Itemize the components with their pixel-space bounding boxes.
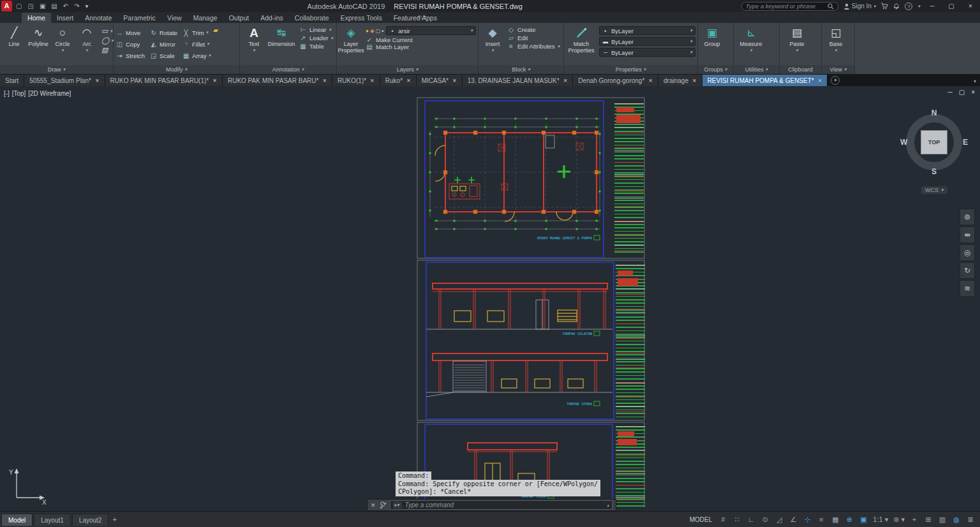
ribbon-tab[interactable]: View [161,13,188,23]
object-snap-toggle[interactable]: ⊹ [801,514,813,525]
dimension-button[interactable]: ↹Dimension [266,24,297,65]
panel-label-draw[interactable]: Draw▾ [0,65,113,74]
ribbon-tab[interactable]: Annotate [79,13,117,23]
move-button[interactable]: ↔Move [115,27,147,38]
ribbon-tab[interactable]: Express Tools [334,13,387,23]
redo-button[interactable]: ↷ [74,3,79,10]
rotate-button[interactable]: ↻Rotate [149,27,179,38]
layer-properties-button[interactable]: ◈Layer Properties [339,24,363,65]
viewcube-west[interactable]: W [900,138,907,147]
file-tab[interactable]: 13. DRAINASE JALAN MASUK*✕ [463,75,573,86]
application-menu-button[interactable]: A [1,1,12,11]
viewcube-north[interactable]: N [932,108,937,117]
polar-tracking-toggle[interactable]: ⊙ [759,514,771,525]
edit-attributes-button[interactable]: ≡Edit Attributes▾ [507,43,561,50]
plot-icon[interactable]: ▤ [51,3,57,10]
ribbon-tab[interactable]: Collaborate [289,13,335,23]
viewcube-east[interactable]: E [963,138,968,147]
lineweight-toggle[interactable]: ≡ [815,514,827,525]
isolate-objects-toggle[interactable]: ▥ [937,514,948,525]
annotation-scale-control[interactable]: 1:1 ▾ [872,514,889,525]
file-tab[interactable]: RUKO PAK MIN PASAR BARU(1)*✕ [105,75,222,86]
ribbon-display-toggle[interactable]: ▭ ▾ [417,14,426,21]
save-icon[interactable]: ▣ [40,3,45,10]
close-tab-icon[interactable]: ✕ [406,78,411,84]
close-tab-icon[interactable]: ✕ [370,78,375,84]
panel-label-utilities[interactable]: Utilities▾ [734,65,779,74]
rectangle-tool[interactable]: ▭▾ [101,27,114,35]
table-button[interactable]: ▦Table [299,43,334,50]
group-button[interactable]: ▣Group [700,24,724,65]
panel-label-groups[interactable]: Groups▾ [698,65,733,74]
viewcube-south[interactable]: S [932,167,937,176]
doc-minimize-button[interactable]: ─ [948,89,953,96]
erase-icon[interactable]: ▰ [213,27,218,34]
linetype-dropdown[interactable]: ─ByLayer▾ [599,48,695,57]
ellipse-tool[interactable]: ◯▾ [101,36,114,45]
ribbon-tab[interactable]: Insert [51,13,79,23]
text-button[interactable]: AText▾ [242,24,266,65]
new-file-icon[interactable]: ▢ [16,3,22,10]
model-space-toggle[interactable]: MODEL [685,516,718,523]
panel-label-layers[interactable]: Layers▾ [337,65,478,74]
recent-commands-icon[interactable]: ▸▾ [393,501,402,508]
ribbon-tab[interactable]: Output [223,13,255,23]
panel-label-properties[interactable]: Properties▾ [564,65,697,74]
polyline-button[interactable]: ∿Polyline [26,24,50,65]
close-tab-icon[interactable]: ✕ [692,78,697,84]
layer-dropdown[interactable]: ▪arsir▾ [386,26,476,35]
notification-bell-icon[interactable] [893,3,900,10]
insert-block-button[interactable]: ◆Insert▾ [480,24,505,65]
doc-restore-button[interactable]: ▢ [959,89,965,96]
array-button[interactable]: ▦Array▾ [182,50,211,61]
circle-button[interactable]: ○Circle▾ [50,24,75,65]
hatch-tool[interactable]: ▨ [101,46,114,54]
file-tab[interactable]: REVISI RUMAH POMPA & GENSET*✕ [702,75,828,86]
command-input[interactable]: ▸▾ Type a command ▴ [390,500,612,510]
trim-button[interactable]: ╳Trim▾ [182,27,211,38]
leader-button[interactable]: ↗Leader▾ [299,34,334,41]
file-tab[interactable]: Ruko*✕ [380,75,416,86]
arc-button[interactable]: ◠Arc▾ [75,24,99,65]
paste-button[interactable]: ▤Paste▾ [782,24,812,65]
command-line-bar[interactable]: ✕ ▸▾ Type a command ▴ [367,499,616,511]
close-button[interactable]: × [963,3,977,10]
add-layout-button[interactable]: + [112,516,116,523]
edit-block-button[interactable]: ▱Edit [507,34,561,41]
layer-state-icons[interactable]: ●◉▢▪ [366,28,383,34]
panel-label-view[interactable]: View▾ [822,65,854,74]
pan-icon[interactable]: ⇹ [960,226,975,243]
showmotion-icon[interactable]: ≋ [960,280,975,297]
panel-label-annotation[interactable]: Annotation▾ [240,65,336,74]
help-icon[interactable]: ? [905,3,912,10]
fillet-button[interactable]: ◝Fillet▾ [182,38,211,50]
workspace-switcher[interactable]: ⊛ ▾ [892,514,906,525]
close-tab-icon[interactable]: ✕ [452,78,457,84]
file-tab[interactable]: RUKO(1)*✕ [332,75,380,86]
command-close-icon[interactable]: ✕ [371,502,376,508]
doc-close-button[interactable]: × [971,89,975,96]
file-tab[interactable]: Start [0,75,24,86]
cart-icon[interactable] [880,3,888,10]
linear-dimension-button[interactable]: ⊢Linear▾ [299,26,334,33]
snap-mode-toggle[interactable]: ∷ [731,514,743,525]
measure-button[interactable]: ⊾Measure▾ [736,24,766,65]
wcs-menu[interactable]: WCS▾ [921,186,947,194]
file-tab[interactable]: drainage✕ [658,75,702,86]
file-tab[interactable]: 50555_Stadium Plan*✕ [24,75,104,86]
file-tab[interactable]: Denah Gorong-gorong*✕ [573,75,658,86]
zoom-icon[interactable]: ◎ [960,244,975,261]
stretch-button[interactable]: ⇥Stretch [115,50,147,61]
make-current-button[interactable]: ✓Make Current [366,36,476,43]
close-tab-icon[interactable]: ✕ [95,78,100,84]
graphics-performance-toggle[interactable]: ◍ [951,514,962,525]
new-drawing-button[interactable]: + [831,76,840,85]
lineweight-dropdown[interactable]: ▬ByLayer▾ [599,37,695,46]
close-tab-icon[interactable]: ✕ [212,78,217,84]
restore-button[interactable]: ▢ [944,3,958,10]
ribbon-tab[interactable]: Featured Apps [388,13,443,23]
undo-button[interactable]: ↶ [63,3,68,10]
create-block-button[interactable]: ◇Create [507,26,561,33]
match-layer-button[interactable]: ▤Match Layer [366,43,476,50]
match-properties-button[interactable]: Match Properties [566,24,597,65]
